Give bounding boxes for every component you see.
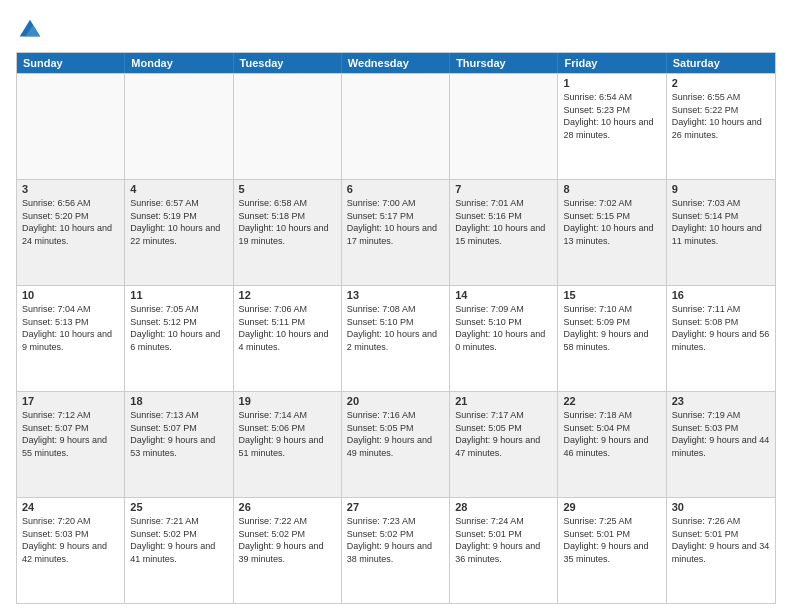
calendar-cell: 22Sunrise: 7:18 AM Sunset: 5:04 PM Dayli… xyxy=(558,392,666,497)
calendar-cell: 21Sunrise: 7:17 AM Sunset: 5:05 PM Dayli… xyxy=(450,392,558,497)
day-number: 4 xyxy=(130,183,227,195)
calendar-cell: 3Sunrise: 6:56 AM Sunset: 5:20 PM Daylig… xyxy=(17,180,125,285)
header xyxy=(16,16,776,44)
day-number: 6 xyxy=(347,183,444,195)
calendar-row-2: 10Sunrise: 7:04 AM Sunset: 5:13 PM Dayli… xyxy=(17,285,775,391)
day-info: Sunrise: 7:06 AM Sunset: 5:11 PM Dayligh… xyxy=(239,303,336,353)
calendar-cell: 25Sunrise: 7:21 AM Sunset: 5:02 PM Dayli… xyxy=(125,498,233,603)
day-info: Sunrise: 7:23 AM Sunset: 5:02 PM Dayligh… xyxy=(347,515,444,565)
calendar-header: SundayMondayTuesdayWednesdayThursdayFrid… xyxy=(17,53,775,73)
day-header-tuesday: Tuesday xyxy=(234,53,342,73)
day-info: Sunrise: 7:18 AM Sunset: 5:04 PM Dayligh… xyxy=(563,409,660,459)
calendar-cell xyxy=(17,74,125,179)
calendar-cell: 10Sunrise: 7:04 AM Sunset: 5:13 PM Dayli… xyxy=(17,286,125,391)
calendar-row-3: 17Sunrise: 7:12 AM Sunset: 5:07 PM Dayli… xyxy=(17,391,775,497)
day-number: 13 xyxy=(347,289,444,301)
calendar-row-4: 24Sunrise: 7:20 AM Sunset: 5:03 PM Dayli… xyxy=(17,497,775,603)
calendar-cell: 11Sunrise: 7:05 AM Sunset: 5:12 PM Dayli… xyxy=(125,286,233,391)
day-number: 14 xyxy=(455,289,552,301)
day-info: Sunrise: 7:01 AM Sunset: 5:16 PM Dayligh… xyxy=(455,197,552,247)
calendar-cell: 24Sunrise: 7:20 AM Sunset: 5:03 PM Dayli… xyxy=(17,498,125,603)
day-number: 10 xyxy=(22,289,119,301)
day-info: Sunrise: 7:00 AM Sunset: 5:17 PM Dayligh… xyxy=(347,197,444,247)
calendar-cell: 30Sunrise: 7:26 AM Sunset: 5:01 PM Dayli… xyxy=(667,498,775,603)
day-number: 21 xyxy=(455,395,552,407)
day-info: Sunrise: 7:19 AM Sunset: 5:03 PM Dayligh… xyxy=(672,409,770,459)
logo-icon xyxy=(16,16,44,44)
day-info: Sunrise: 7:02 AM Sunset: 5:15 PM Dayligh… xyxy=(563,197,660,247)
calendar-cell: 12Sunrise: 7:06 AM Sunset: 5:11 PM Dayli… xyxy=(234,286,342,391)
day-info: Sunrise: 7:10 AM Sunset: 5:09 PM Dayligh… xyxy=(563,303,660,353)
day-info: Sunrise: 7:14 AM Sunset: 5:06 PM Dayligh… xyxy=(239,409,336,459)
day-number: 3 xyxy=(22,183,119,195)
day-info: Sunrise: 7:03 AM Sunset: 5:14 PM Dayligh… xyxy=(672,197,770,247)
day-number: 7 xyxy=(455,183,552,195)
day-number: 9 xyxy=(672,183,770,195)
day-number: 12 xyxy=(239,289,336,301)
calendar-cell: 2Sunrise: 6:55 AM Sunset: 5:22 PM Daylig… xyxy=(667,74,775,179)
calendar-cell: 29Sunrise: 7:25 AM Sunset: 5:01 PM Dayli… xyxy=(558,498,666,603)
logo xyxy=(16,16,48,44)
day-info: Sunrise: 7:25 AM Sunset: 5:01 PM Dayligh… xyxy=(563,515,660,565)
day-header-sunday: Sunday xyxy=(17,53,125,73)
day-info: Sunrise: 7:11 AM Sunset: 5:08 PM Dayligh… xyxy=(672,303,770,353)
calendar-cell: 15Sunrise: 7:10 AM Sunset: 5:09 PM Dayli… xyxy=(558,286,666,391)
day-info: Sunrise: 7:22 AM Sunset: 5:02 PM Dayligh… xyxy=(239,515,336,565)
day-info: Sunrise: 6:55 AM Sunset: 5:22 PM Dayligh… xyxy=(672,91,770,141)
calendar: SundayMondayTuesdayWednesdayThursdayFrid… xyxy=(16,52,776,604)
day-info: Sunrise: 6:57 AM Sunset: 5:19 PM Dayligh… xyxy=(130,197,227,247)
calendar-cell: 7Sunrise: 7:01 AM Sunset: 5:16 PM Daylig… xyxy=(450,180,558,285)
day-number: 20 xyxy=(347,395,444,407)
day-number: 24 xyxy=(22,501,119,513)
calendar-cell xyxy=(234,74,342,179)
day-info: Sunrise: 7:08 AM Sunset: 5:10 PM Dayligh… xyxy=(347,303,444,353)
day-number: 17 xyxy=(22,395,119,407)
day-info: Sunrise: 7:21 AM Sunset: 5:02 PM Dayligh… xyxy=(130,515,227,565)
day-header-friday: Friday xyxy=(558,53,666,73)
day-number: 16 xyxy=(672,289,770,301)
calendar-cell: 13Sunrise: 7:08 AM Sunset: 5:10 PM Dayli… xyxy=(342,286,450,391)
day-number: 22 xyxy=(563,395,660,407)
day-number: 26 xyxy=(239,501,336,513)
day-info: Sunrise: 6:54 AM Sunset: 5:23 PM Dayligh… xyxy=(563,91,660,141)
calendar-cell xyxy=(125,74,233,179)
day-number: 1 xyxy=(563,77,660,89)
day-info: Sunrise: 7:13 AM Sunset: 5:07 PM Dayligh… xyxy=(130,409,227,459)
calendar-body: 1Sunrise: 6:54 AM Sunset: 5:23 PM Daylig… xyxy=(17,73,775,603)
calendar-cell: 14Sunrise: 7:09 AM Sunset: 5:10 PM Dayli… xyxy=(450,286,558,391)
calendar-cell: 5Sunrise: 6:58 AM Sunset: 5:18 PM Daylig… xyxy=(234,180,342,285)
calendar-cell: 16Sunrise: 7:11 AM Sunset: 5:08 PM Dayli… xyxy=(667,286,775,391)
calendar-cell: 9Sunrise: 7:03 AM Sunset: 5:14 PM Daylig… xyxy=(667,180,775,285)
calendar-cell: 26Sunrise: 7:22 AM Sunset: 5:02 PM Dayli… xyxy=(234,498,342,603)
calendar-cell: 28Sunrise: 7:24 AM Sunset: 5:01 PM Dayli… xyxy=(450,498,558,603)
calendar-cell: 6Sunrise: 7:00 AM Sunset: 5:17 PM Daylig… xyxy=(342,180,450,285)
calendar-cell: 4Sunrise: 6:57 AM Sunset: 5:19 PM Daylig… xyxy=(125,180,233,285)
day-number: 28 xyxy=(455,501,552,513)
day-info: Sunrise: 7:20 AM Sunset: 5:03 PM Dayligh… xyxy=(22,515,119,565)
day-number: 2 xyxy=(672,77,770,89)
day-info: Sunrise: 7:12 AM Sunset: 5:07 PM Dayligh… xyxy=(22,409,119,459)
day-number: 27 xyxy=(347,501,444,513)
day-info: Sunrise: 7:17 AM Sunset: 5:05 PM Dayligh… xyxy=(455,409,552,459)
day-number: 8 xyxy=(563,183,660,195)
day-info: Sunrise: 7:24 AM Sunset: 5:01 PM Dayligh… xyxy=(455,515,552,565)
calendar-row-1: 3Sunrise: 6:56 AM Sunset: 5:20 PM Daylig… xyxy=(17,179,775,285)
day-header-monday: Monday xyxy=(125,53,233,73)
day-header-thursday: Thursday xyxy=(450,53,558,73)
calendar-cell: 23Sunrise: 7:19 AM Sunset: 5:03 PM Dayli… xyxy=(667,392,775,497)
day-header-saturday: Saturday xyxy=(667,53,775,73)
calendar-cell: 19Sunrise: 7:14 AM Sunset: 5:06 PM Dayli… xyxy=(234,392,342,497)
day-number: 30 xyxy=(672,501,770,513)
calendar-cell xyxy=(450,74,558,179)
day-number: 25 xyxy=(130,501,227,513)
day-info: Sunrise: 7:26 AM Sunset: 5:01 PM Dayligh… xyxy=(672,515,770,565)
day-number: 5 xyxy=(239,183,336,195)
day-info: Sunrise: 7:09 AM Sunset: 5:10 PM Dayligh… xyxy=(455,303,552,353)
day-number: 19 xyxy=(239,395,336,407)
day-number: 29 xyxy=(563,501,660,513)
day-info: Sunrise: 7:05 AM Sunset: 5:12 PM Dayligh… xyxy=(130,303,227,353)
calendar-cell: 8Sunrise: 7:02 AM Sunset: 5:15 PM Daylig… xyxy=(558,180,666,285)
calendar-cell xyxy=(342,74,450,179)
day-header-wednesday: Wednesday xyxy=(342,53,450,73)
day-number: 23 xyxy=(672,395,770,407)
